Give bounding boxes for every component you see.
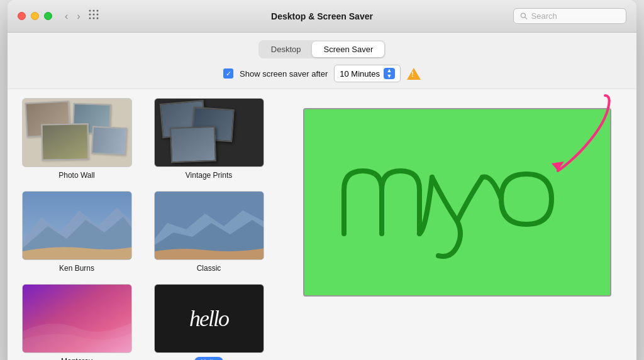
- vintage-photos: [155, 99, 264, 166]
- saver-label-classic: Classic: [197, 264, 221, 273]
- tab-group: Desktop Screen Saver: [258, 40, 386, 58]
- toolbar: Desktop Screen Saver ✓ Show screen saver…: [8, 33, 636, 89]
- search-input[interactable]: [531, 11, 619, 21]
- warning-triangle: [407, 68, 421, 80]
- preview-cursive-text: [331, 139, 583, 265]
- saver-item-photo-wall[interactable]: Photo Wall: [14, 95, 140, 182]
- preview-area: [278, 89, 636, 360]
- show-after-checkbox[interactable]: ✓: [223, 68, 233, 79]
- titlebar: ‹ › Desktop & Screen Saver: [8, 0, 636, 33]
- svg-line-10: [525, 17, 527, 19]
- svg-point-5: [96, 14, 98, 16]
- warning-icon: [407, 67, 421, 80]
- time-stepper[interactable]: ▲ ▼: [384, 68, 395, 79]
- grid-button[interactable]: [88, 9, 99, 23]
- saver-thumb-classic: [154, 191, 264, 260]
- saver-item-vintage-prints[interactable]: Vintage Prints: [146, 95, 272, 182]
- svg-point-4: [92, 14, 94, 16]
- svg-point-6: [89, 18, 91, 19]
- content-area: Photo Wall Vintage Prints: [8, 89, 636, 360]
- close-button[interactable]: [18, 12, 26, 20]
- hello-text: hello: [189, 307, 228, 330]
- sidebar: Photo Wall Vintage Prints: [8, 89, 278, 360]
- svg-point-3: [89, 14, 91, 16]
- search-icon: [520, 12, 528, 20]
- saver-label-photo-wall: Photo Wall: [58, 171, 95, 180]
- tab-desktop[interactable]: Desktop: [260, 41, 313, 57]
- traffic-lights: [18, 12, 52, 20]
- saver-label-monterey: Monterey: [61, 357, 92, 360]
- search-box[interactable]: [513, 8, 626, 24]
- saver-label-vintage: Vintage Prints: [186, 171, 233, 180]
- time-dropdown[interactable]: 10 Minutes ▲ ▼: [334, 65, 401, 82]
- forward-button[interactable]: ›: [74, 9, 82, 23]
- saver-label-ken-burns: Ken Burns: [59, 264, 94, 273]
- svg-point-2: [96, 10, 98, 12]
- nav-buttons: ‹ ›: [62, 9, 83, 23]
- time-value: 10 Minutes: [340, 69, 380, 79]
- saver-item-monterey[interactable]: Monterey: [14, 281, 140, 360]
- saver-thumb-vintage: [154, 98, 264, 167]
- svg-point-0: [89, 10, 91, 12]
- saver-item-classic[interactable]: Classic: [146, 188, 272, 275]
- svg-point-7: [92, 18, 94, 19]
- back-button[interactable]: ‹: [62, 9, 70, 23]
- saver-badge-hello: Hello: [194, 357, 223, 360]
- saver-item-ken-burns[interactable]: Ken Burns: [14, 188, 140, 275]
- screen-saver-options: ✓ Show screen saver after 10 Minutes ▲ ▼: [223, 65, 421, 82]
- saver-item-hello[interactable]: hello Hello: [146, 281, 272, 360]
- maximize-button[interactable]: [44, 12, 52, 20]
- preview-frame: [303, 108, 611, 297]
- saver-thumb-hello: hello: [154, 284, 264, 353]
- minimize-button[interactable]: [31, 12, 39, 20]
- saver-thumb-photo-wall: [22, 98, 132, 167]
- tab-screen-saver[interactable]: Screen Saver: [312, 41, 384, 57]
- preview-content: [304, 109, 610, 295]
- show-after-label: Show screen saver after: [240, 69, 328, 79]
- svg-point-8: [96, 18, 98, 19]
- saver-thumb-monterey: [22, 284, 132, 353]
- saver-thumb-ken-burns: [22, 191, 132, 260]
- window-title: Desktop & Screen Saver: [271, 11, 373, 21]
- main-window: ‹ › Desktop & Screen Saver: [8, 0, 636, 360]
- photo-wall-frames: [23, 99, 131, 166]
- svg-point-1: [92, 10, 94, 12]
